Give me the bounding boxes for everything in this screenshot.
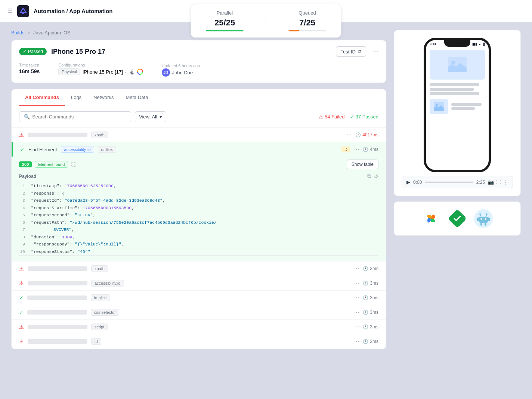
cmd-time-7: 🕐 3ms [363,339,378,344]
payload-section: Payload ⧉ ↺ 1"timestamp": 17056656016252… [19,173,378,256]
refresh-payload-button[interactable]: ↺ [374,173,378,179]
show-table-button[interactable]: Show table [347,160,378,169]
svg-point-6 [436,104,438,106]
cmd-tag-xpath-2: xpath [91,265,108,272]
tab-all-commands[interactable]: All Commands [19,89,65,106]
find-element-top[interactable]: ✓ Find Element accessibility-id urlBox D… [12,142,386,157]
video-actions: 📷 ⛶ ⋮ [488,179,508,185]
fail-icon-6: ⚠ [19,324,24,330]
cmd-name-3 [28,281,87,285]
breadcrumb-builds[interactable]: Builds [11,30,24,35]
cmd-tag-css-selector: css selector [91,309,119,316]
cmd-tag-accessibility-id: accessibility.id [91,280,124,287]
cmd-tag-script: script [91,324,108,330]
search-input[interactable] [32,114,126,120]
command-row-6[interactable]: ⚠ script ··· 🕐 3ms [12,320,386,334]
find-element-row: ✓ Find Element accessibility-id urlBox D… [12,142,386,262]
pass-icon-find: ✓ [20,146,25,152]
cmd-more-6[interactable]: ··· [354,324,359,330]
app-icon-check [448,209,467,228]
phone-mockup-container: 9:41 ▮▮▮ ▲ ▓ [394,30,521,196]
camera-icon[interactable]: 📷 [488,179,494,185]
view-select[interactable]: View: All ▾ [135,111,166,122]
time-taken-label: Time taken [19,63,40,67]
cmd-tag-id: id [91,338,101,345]
clock-icon-find: 🕐 [363,147,368,152]
thumb-icon-1 [434,102,444,111]
commands-toolbar: 🔍 View: All ▾ ⚠ 54 Failed ✓ 37 Passed [12,106,386,128]
tag-urlbox: urlBox [98,146,116,153]
phone-text-line-2 [430,88,474,91]
stats-card: Parallel 25/25 Queued 7/25 [191,4,341,38]
parallel-stat: Parallel 25/25 [206,10,244,31]
svg-rect-0 [17,5,29,17]
response-section: 200 Element found ⛶ Show table Payload ⧉… [12,157,386,261]
command-row-1[interactable]: ⚠ xpath ··· 🕐 4017ms [12,128,386,142]
command-row-7[interactable]: ⚠ id ··· 🕐 3ms [12,334,386,349]
main-layout: Builds > Java Appium iOS ✓ Passed iPhone… [0,22,532,357]
left-panel: Builds > Java Appium iOS ✓ Passed iPhone… [11,30,386,349]
current-time: 0:00 [413,180,422,185]
svg-point-15 [479,213,481,215]
status-200-badge: 200 [19,161,32,167]
copy-payload-button[interactable]: ⧉ [367,173,371,179]
test-id-button[interactable]: Test ID ⧉ [336,46,366,57]
build-title: iPhone 15 Pro 17 [51,48,105,56]
passed-count: ✓ 37 Passed [350,114,378,120]
cmd-more-1[interactable]: ··· [347,132,352,138]
response-badges: 200 Element found ⛶ Show table [19,160,378,169]
tab-meta-data[interactable]: Meta Data [120,89,154,106]
expand-icon[interactable]: ⛶ [71,162,76,167]
color-icon [137,69,143,75]
cmd-time-6: 🕐 3ms [363,324,378,330]
menu-icon[interactable]: ☰ [7,7,13,15]
tab-logs[interactable]: Logs [65,89,87,106]
svg-point-12 [485,218,486,220]
video-progress-bar[interactable] [425,182,473,183]
cmd-more-2[interactable]: ··· [354,265,359,272]
pass-icon-4: ✓ [19,295,24,301]
command-row-5[interactable]: ✓ css selector ··· 🕐 3ms [12,305,386,320]
phone-text-lines-1 [430,83,485,95]
failed-count: ⚠ 54 Failed [319,114,344,120]
phone-time: 9:41 [430,42,436,46]
user-name: John Doe [172,70,193,75]
updated-text: Updated 6 hours ago [162,64,200,68]
fullscreen-icon[interactable]: ⛶ [496,179,501,185]
find-element-time: 🕐 4ms [363,147,378,152]
time-taken-value: 16m 59s [19,68,40,74]
cmd-more-4[interactable]: ··· [354,294,359,301]
cmd-more-7[interactable]: ··· [354,338,359,345]
cmd-name-6 [28,325,87,329]
more-options-button[interactable]: ··· [373,48,378,56]
configurations-label: Configurations [58,63,143,67]
stat-divider [266,12,266,30]
cmd-time-1: 🕐 4017ms [355,132,378,137]
search-icon: 🔍 [24,114,30,120]
apple-icon [129,69,135,75]
phone-row-text-1 [451,103,485,110]
copy-icon: ⧉ [358,49,361,55]
tag-accessibility: accessibility-id [61,146,94,153]
command-row-4[interactable]: ✓ implicit ··· 🕐 3ms [12,291,386,305]
build-meta: Time taken 16m 59s Configurations Physic… [19,63,378,77]
more-video-options[interactable]: ⋮ [503,179,508,185]
command-row-2[interactable]: ⚠ xpath ··· 🕐 3ms [12,262,386,276]
play-button[interactable]: ▶ [406,179,410,185]
cmd-name-5 [27,310,87,315]
svg-rect-17 [477,217,479,221]
cmd-tag-implicit: implicit [91,294,110,301]
cmd-more-3[interactable]: ··· [354,280,359,287]
cmd-time-3: 🕐 3ms [363,281,378,286]
find-element-more[interactable]: ··· [354,146,359,153]
search-box[interactable]: 🔍 [19,111,131,122]
tab-networks[interactable]: Networks [87,89,120,106]
cmd-name-7 [28,339,87,344]
cmd-more-5[interactable]: ··· [354,309,359,316]
clock-icon-5: 🕐 [363,310,368,315]
svg-rect-18 [488,217,490,221]
command-row-3[interactable]: ⚠ accessibility.id ··· 🕐 3ms [12,276,386,291]
tag-debug: D [341,146,350,152]
queued-value: 7/25 [299,18,315,28]
tabs-row: All Commands Logs Networks Meta Data [12,89,386,106]
